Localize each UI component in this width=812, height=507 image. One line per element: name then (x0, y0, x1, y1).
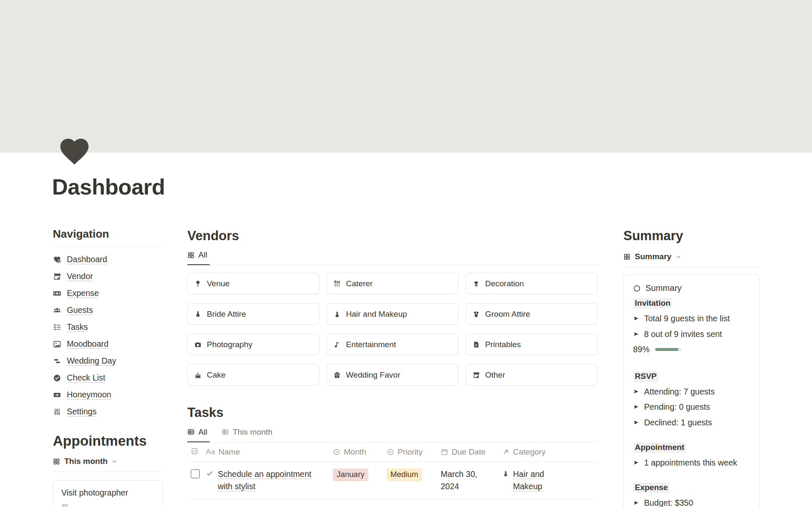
tab-label: This month (233, 428, 272, 437)
sidebar-item-moodboard[interactable]: Moodboard (53, 336, 163, 353)
table-view-icon (187, 428, 195, 436)
tasks-tabs: All This month (187, 428, 598, 442)
checklist-icon (53, 323, 61, 332)
checkbox-checked-icon (191, 447, 198, 455)
column-checkbox[interactable] (187, 442, 206, 460)
summary-bullet: Budget: $350 (633, 497, 750, 507)
sidebar-item-label: Expense (67, 288, 99, 299)
sidebar-item-tasks[interactable]: Tasks (53, 319, 163, 336)
vendor-card-decoration[interactable]: Decoration (466, 273, 598, 294)
view-label: Summary (635, 252, 672, 261)
sidebar-item-guests[interactable]: Guests (53, 302, 163, 319)
section-label-appointment: Appointment (633, 442, 686, 453)
vendor-card-bride-attire[interactable]: Bride Attire (187, 303, 319, 325)
sidebar-item-honeymoon[interactable]: Honeymoon (53, 386, 163, 403)
vendor-card-hair-makeup[interactable]: Hair and Makeup (326, 303, 458, 325)
heart-share-icon (53, 255, 61, 264)
column-priority[interactable]: Priority (387, 442, 441, 462)
vendors-heading: Vendors (187, 227, 598, 244)
vendor-card-label: Groom Attire (485, 310, 530, 319)
sidebar-item-label: Check List (67, 373, 105, 383)
progress-bar (655, 348, 681, 351)
column-label: Name (219, 447, 240, 457)
arrow-bullet-icon (633, 460, 639, 466)
summary-bullet: Declined: 1 guests (633, 417, 750, 428)
tab-tasks-all[interactable]: All (187, 428, 210, 442)
sidebar-item-check-list[interactable]: Check List (53, 370, 163, 386)
category-link[interactable]: Hair and Makeup (513, 468, 556, 493)
task-row: Schedule an appointment with stylist Jan… (187, 462, 598, 500)
due-date-cell[interactable]: March 30, 2024 (441, 467, 490, 493)
vendor-card-label: Caterer (346, 279, 373, 288)
sidebar-item-wedding-day[interactable]: Wedding Day (53, 353, 163, 370)
sidebar-item-settings[interactable]: Settings (53, 403, 163, 420)
section-label-invitation: Invitation (633, 298, 672, 309)
vendor-card-label: Bride Attire (207, 310, 246, 319)
section-label-rsvp: RSVP (633, 371, 658, 382)
tab-tasks-this-month[interactable]: This month (222, 428, 275, 442)
music-note-icon (333, 341, 341, 348)
section-label-expense: Expense (633, 482, 669, 493)
steps-icon (53, 357, 61, 365)
appointment-card[interactable]: Visit photographer (53, 480, 163, 507)
suit-icon (472, 310, 480, 318)
vendor-card-groom-attire[interactable]: Groom Attire (466, 303, 598, 325)
vendor-card-printables[interactable]: Printables (466, 334, 598, 355)
arrow-bullet-icon (633, 389, 639, 395)
heart-icon[interactable] (58, 134, 91, 168)
text-property-icon: Aa (206, 448, 215, 456)
chevron-down-icon (675, 254, 682, 260)
image-icon (53, 340, 61, 348)
summary-view-select[interactable]: Summary (623, 252, 760, 267)
vendor-card-label: Decoration (485, 279, 524, 288)
vendor-card-venue[interactable]: Venue (187, 273, 319, 294)
column-due-date[interactable]: Due Date (441, 442, 502, 462)
summary-heading: Summary (623, 227, 760, 244)
vendor-card-entertainment[interactable]: Entertainment (326, 334, 458, 355)
vendor-card-other[interactable]: Other (466, 364, 598, 386)
priority-tag[interactable]: Medium (387, 469, 422, 481)
vendor-card-caterer[interactable]: Caterer (326, 273, 458, 294)
document-icon (472, 341, 480, 348)
task-title-link[interactable]: Schedule an appointment with stylist (218, 468, 317, 493)
summary-panel: Summary Summary Summary Invitation Total… (623, 227, 760, 507)
lipstick-icon (333, 310, 341, 318)
vendor-card-label: Entertainment (346, 340, 396, 349)
progress-bar-fill (655, 348, 678, 351)
vendor-card-label: Venue (207, 279, 230, 288)
vendor-card-label: Cake (207, 370, 225, 380)
column-name[interactable]: Aa Name (206, 442, 333, 462)
navigation-heading: Navigation (53, 227, 163, 247)
select-property-icon (387, 448, 394, 456)
arrow-bullet-icon (633, 419, 639, 425)
tab-label: All (198, 428, 207, 437)
appointments-heading: Appointments (53, 433, 163, 449)
arrow-bullet-icon (633, 500, 639, 506)
dress-icon (194, 310, 202, 318)
sidebar-item-expense[interactable]: Expense (53, 285, 163, 302)
sidebar-item-vendor[interactable]: Vendor (53, 268, 163, 285)
check-circle-icon (53, 374, 61, 382)
column-category[interactable]: Category (502, 442, 598, 462)
tab-vendors-all[interactable]: All (187, 250, 210, 265)
vendor-card-photography[interactable]: Photography (187, 334, 319, 355)
calendar-icon (441, 448, 448, 456)
sidebar-item-dashboard[interactable]: Dashboard (53, 251, 163, 268)
appointments-view-select[interactable]: This month (53, 457, 163, 472)
travel-card-icon (53, 391, 61, 399)
appointment-card-title[interactable]: Visit photographer (61, 488, 154, 498)
vendor-grid: Venue Caterer Decoration Bride Attire (187, 273, 598, 386)
vendor-card-label: Wedding Favor (346, 370, 401, 380)
column-month[interactable]: Month (333, 442, 387, 462)
summary-bullet: Pending: 0 guests (633, 401, 750, 412)
sidebar-item-label: Honeymoon (67, 389, 111, 400)
arrow-bullet-icon (633, 315, 639, 321)
task-checkbox[interactable] (191, 469, 200, 478)
column-label: Month (344, 447, 366, 457)
vendor-card-wedding-favor[interactable]: Wedding Favor (326, 364, 458, 386)
invitation-progress: 89% (633, 345, 750, 354)
people-icon (53, 306, 61, 315)
month-tag[interactable]: January (333, 469, 368, 481)
vendor-card-cake[interactable]: Cake (187, 364, 319, 386)
arrow-bullet-icon (633, 331, 639, 337)
